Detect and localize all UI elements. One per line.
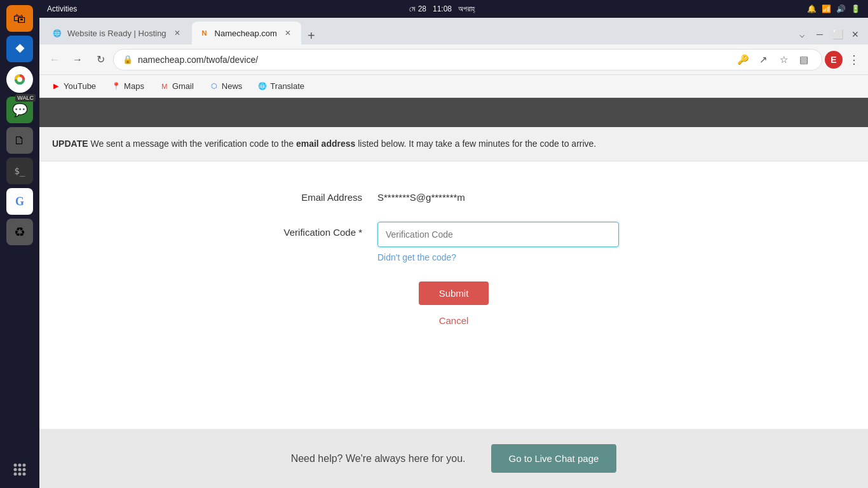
svg-point-6 xyxy=(14,468,17,471)
form-area: Email Address S*******S@g*******m Verifi… xyxy=(39,161,868,429)
address-actions: 🔑 ↗ ☆ ▤ xyxy=(734,51,813,69)
tab-controls: ⌵ ─ ⬜ ✕ xyxy=(794,27,863,44)
bookmark-news[interactable]: ⬡ News xyxy=(203,79,249,94)
profile-button[interactable]: E xyxy=(825,51,843,69)
tab-website[interactable]: 🌐 Website is Ready | Hosting ✕ xyxy=(44,22,191,44)
taskbar-app-store[interactable]: 🛍 xyxy=(6,5,33,32)
bookmark-star-icon[interactable]: ☆ xyxy=(775,51,792,69)
page-content: UPDATE We sent a message with the verifi… xyxy=(39,98,868,488)
svg-point-5 xyxy=(23,464,26,467)
address-bar-row: ← → ↻ 🔒 namecheap.com/twofa/device/ 🔑 ↗ … xyxy=(39,44,868,75)
taskbar-chrome[interactable] xyxy=(6,66,33,93)
key-icon[interactable]: 🔑 xyxy=(734,51,752,69)
update-label: UPDATE xyxy=(52,139,88,149)
bookmark-maps-label: Maps xyxy=(124,81,144,91)
live-chat-button[interactable]: Go to Live Chat page xyxy=(491,444,617,473)
sidebar-icon[interactable]: ▤ xyxy=(795,51,813,69)
new-tab-button[interactable]: + xyxy=(302,27,320,44)
gmail-favicon: M xyxy=(159,81,170,92)
taskbar-google[interactable]: G xyxy=(6,188,33,215)
didnt-get-code-link[interactable]: Didn't get the code? xyxy=(377,252,708,262)
verification-input-area: Didn't get the code? xyxy=(377,222,708,262)
taskbar-files[interactable]: 🗋 xyxy=(6,127,33,154)
page-top-bar xyxy=(39,98,868,127)
battery-icon: 🔋 xyxy=(851,4,860,13)
bookmark-translate-label: Translate xyxy=(270,81,304,91)
taskbar-walc[interactable]: 💬 WALC xyxy=(6,97,33,123)
tab-bar: 🌐 Website is Ready | Hosting ✕ N Nameche… xyxy=(39,18,868,44)
tab-title-website: Website is Ready | Hosting xyxy=(67,29,166,38)
youtube-favicon: ▶ xyxy=(51,81,61,92)
email-label: Email Address xyxy=(200,187,377,203)
verification-input[interactable] xyxy=(377,222,619,247)
maximize-button[interactable]: ⬜ xyxy=(830,27,845,42)
svg-point-7 xyxy=(18,468,22,471)
tab-close-namecheap[interactable]: ✕ xyxy=(282,27,294,39)
verification-row: Verification Code * Didn't get the code? xyxy=(200,222,708,262)
submit-button[interactable]: Submit xyxy=(419,281,489,305)
walc-badge: WALC xyxy=(15,94,36,102)
activities-label: Activities xyxy=(47,4,77,13)
tab-title-namecheap: Namecheap.com xyxy=(215,29,277,38)
svg-point-2 xyxy=(17,77,22,82)
minimize-button[interactable]: ─ xyxy=(812,27,827,42)
email-address-bold: email address xyxy=(296,139,355,149)
tab-close-website[interactable]: ✕ xyxy=(172,27,183,39)
svg-point-9 xyxy=(14,473,17,476)
action-row: Submit Cancel xyxy=(52,281,855,326)
lock-icon: 🔒 xyxy=(123,55,133,64)
cancel-link[interactable]: Cancel xyxy=(439,315,469,326)
share-icon[interactable]: ↗ xyxy=(754,51,772,69)
news-favicon: ⬡ xyxy=(209,81,219,92)
bookmarks-bar: ▶ YouTube 📍 Maps M Gmail ⬡ News 🌐 Transl… xyxy=(39,75,868,98)
system-datetime: মে 28 11:08 অপরাহ্ xyxy=(409,4,475,13)
volume-icon: 🔊 xyxy=(836,4,846,13)
maps-favicon: 📍 xyxy=(111,81,121,92)
svg-point-10 xyxy=(18,473,22,476)
notice-message2: listed below. It may take a few minutes … xyxy=(358,139,596,149)
notification-icon[interactable]: 🔔 xyxy=(807,4,817,13)
browser: 🌐 Website is Ready | Hosting ✕ N Nameche… xyxy=(39,18,868,488)
system-bar-left: Activities xyxy=(47,4,77,13)
update-notice: UPDATE We sent a message with the verifi… xyxy=(39,127,868,161)
address-text: namecheap.com/twofa/device/ xyxy=(138,55,729,65)
svg-point-3 xyxy=(14,464,17,467)
bookmark-translate[interactable]: 🌐 Translate xyxy=(251,79,311,94)
tab-favicon-namecheap: N xyxy=(200,28,210,38)
forward-button[interactable]: → xyxy=(67,50,88,70)
system-bar: Activities মে 28 11:08 অপরাহ্ 🔔 📶 🔊 🔋 xyxy=(39,0,868,18)
verification-label: Verification Code * xyxy=(200,222,377,238)
close-button[interactable]: ✕ xyxy=(848,27,863,42)
taskbar-apps[interactable] xyxy=(6,456,33,483)
taskbar-trash[interactable]: ♻ xyxy=(6,219,33,245)
reload-button[interactable]: ↻ xyxy=(90,50,111,70)
bookmark-gmail[interactable]: M Gmail xyxy=(153,79,200,94)
taskbar-vscode[interactable]: ❖ xyxy=(6,36,33,62)
bookmark-news-label: News xyxy=(222,81,243,91)
wifi-icon: 📶 xyxy=(822,4,831,13)
svg-point-8 xyxy=(23,468,26,471)
translate-favicon: 🌐 xyxy=(257,81,268,92)
bookmark-youtube[interactable]: ▶ YouTube xyxy=(44,79,102,94)
footer-help-text: Need help? We're always here for you. xyxy=(291,453,466,464)
browser-window: Activities মে 28 11:08 অপরাহ্ 🔔 📶 🔊 🔋 🌐 … xyxy=(39,0,868,488)
notice-message: We sent a message with the verification … xyxy=(90,139,294,149)
tab-favicon-website: 🌐 xyxy=(52,28,62,38)
bookmark-maps[interactable]: 📍 Maps xyxy=(105,79,151,94)
email-value: S*******S@g*******m xyxy=(377,187,465,203)
tab-search-button[interactable]: ⌵ xyxy=(794,27,810,42)
email-row: Email Address S*******S@g*******m xyxy=(200,187,708,203)
taskbar: 🛍 ❖ 💬 WALC 🗋 $_ G ♻ xyxy=(0,0,39,488)
back-button[interactable]: ← xyxy=(44,50,65,70)
taskbar-terminal[interactable]: $_ xyxy=(6,158,33,184)
svg-point-11 xyxy=(23,473,26,476)
menu-button[interactable]: ⋮ xyxy=(845,51,863,69)
address-bar[interactable]: 🔒 namecheap.com/twofa/device/ 🔑 ↗ ☆ ▤ xyxy=(113,49,822,71)
page-footer: Need help? We're always here for you. Go… xyxy=(39,429,868,488)
svg-point-4 xyxy=(18,464,22,467)
bookmark-youtube-label: YouTube xyxy=(64,81,96,91)
bookmark-gmail-label: Gmail xyxy=(172,81,194,91)
tab-namecheap[interactable]: N Namecheap.com ✕ xyxy=(192,22,301,44)
system-bar-right: 🔔 📶 🔊 🔋 xyxy=(807,4,860,13)
